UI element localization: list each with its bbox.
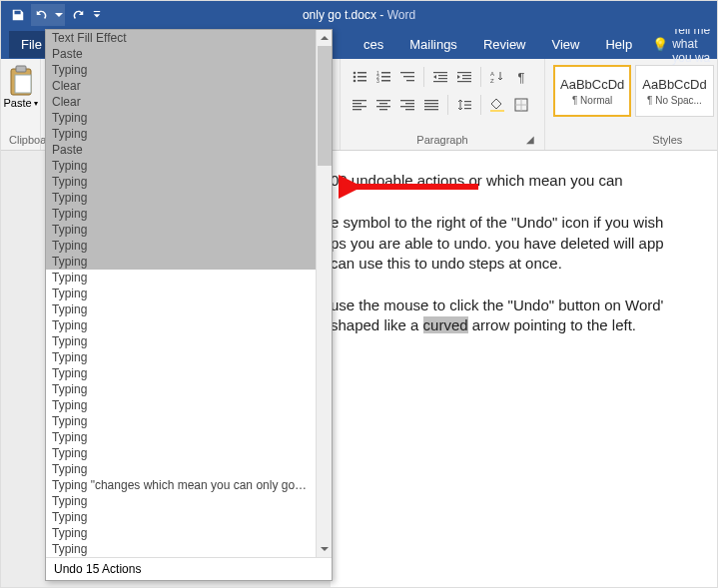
style-gallery-item[interactable]: AaBbCcDd¶ No Spac... [635, 65, 713, 117]
paragraph-text: e symbol to the right of the "Undo" icon… [331, 213, 717, 274]
svg-rect-0 [94, 11, 100, 12]
undo-history-item[interactable]: Clear [46, 94, 316, 110]
undo-history-item[interactable]: Typing [46, 509, 316, 525]
undo-history-item[interactable]: Text Fill Effect [46, 30, 316, 46]
svg-rect-44 [424, 109, 438, 110]
undo-icon [35, 8, 49, 22]
undo-history-item[interactable]: Typing [46, 365, 316, 381]
undo-history-item[interactable]: Typing [46, 461, 316, 477]
tab-help[interactable]: Help [593, 31, 644, 58]
scroll-down-button[interactable] [317, 541, 333, 557]
undo-history-item[interactable]: Typing "changes which mean you can only … [46, 477, 316, 493]
text-run: use the mouse to click the "Undo" button… [331, 296, 663, 313]
redo-button[interactable] [67, 4, 89, 26]
borders-button[interactable] [510, 94, 532, 116]
shading-button[interactable] [486, 94, 508, 116]
svg-rect-26 [457, 81, 471, 82]
undo-history-item[interactable]: Paste [46, 46, 316, 62]
scrollbar-thumb[interactable] [318, 46, 332, 166]
scrollbar-vertical[interactable] [316, 30, 332, 557]
undo-history-item[interactable]: Typing [46, 541, 316, 557]
bullets-button[interactable] [349, 66, 370, 88]
undo-history-item[interactable]: Typing [46, 126, 316, 142]
style-name: ¶ No Spac... [647, 95, 702, 106]
increase-indent-button[interactable] [453, 66, 475, 88]
undo-history-item[interactable]: Typing [46, 397, 316, 413]
justify-button[interactable] [420, 94, 442, 116]
align-left-button[interactable] [349, 94, 370, 116]
paragraph-dialog-launcher[interactable]: ◢ [524, 134, 536, 146]
chevron-down-icon [55, 11, 63, 19]
undo-dropdown-button[interactable] [53, 4, 65, 26]
document-page[interactable]: 00 undoable actions or which mean you ca… [331, 151, 717, 587]
align-center-button[interactable] [372, 94, 394, 116]
undo-history-item[interactable]: Typing [46, 381, 316, 397]
undo-history-item[interactable]: Typing [46, 222, 316, 238]
undo-history-item[interactable]: Typing [46, 206, 316, 222]
undo-history-item[interactable]: Typing [46, 174, 316, 190]
tab-review[interactable]: Review [471, 31, 538, 58]
undo-history-list: Text Fill EffectPasteTypingClearClearTyp… [46, 30, 332, 557]
tab-references[interactable]: ces [352, 31, 395, 58]
undo-history-item[interactable]: Typing [46, 317, 316, 333]
undo-history-item[interactable]: Typing [46, 525, 316, 541]
save-button[interactable] [7, 4, 29, 26]
highlighted-text: curved [423, 316, 468, 333]
style-gallery-item[interactable]: AaBbCcDd¶ Normal [553, 65, 631, 117]
decrease-indent-button[interactable] [429, 66, 451, 88]
text-run: arrow pointing to the left. [468, 316, 636, 333]
multilevel-icon [400, 70, 414, 84]
undo-history-item[interactable]: Typing [46, 493, 316, 509]
qat-customize-button[interactable] [91, 4, 103, 26]
svg-rect-25 [462, 78, 471, 79]
undo-history-item[interactable]: Typing [46, 333, 316, 349]
undo-history-item[interactable]: Typing [46, 286, 316, 301]
line-spacing-button[interactable] [453, 94, 475, 116]
document-title: only go t.docx - Word [303, 8, 415, 22]
undo-history-item[interactable]: Typing [46, 190, 316, 206]
chevron-down-icon [321, 545, 329, 553]
undo-history-item[interactable]: Typing [46, 270, 316, 286]
tab-mailings[interactable]: Mailings [397, 31, 469, 58]
svg-rect-46 [464, 105, 471, 106]
pilcrow-icon: ¶ [518, 70, 525, 85]
svg-rect-29 [353, 100, 366, 101]
sort-button[interactable]: AZ [486, 66, 508, 88]
indent-icon [457, 70, 471, 84]
undo-button[interactable] [31, 4, 53, 26]
outdent-icon [433, 70, 447, 84]
tab-view[interactable]: View [540, 31, 592, 58]
text-run: e symbol to the right of the "Undo" icon… [331, 214, 663, 231]
undo-history-item[interactable]: Paste [46, 142, 316, 158]
title-bar: only go t.docx - Word [1, 1, 717, 29]
svg-rect-11 [381, 72, 390, 74]
undo-history-item[interactable]: Typing [46, 301, 316, 317]
scroll-up-button[interactable] [317, 30, 333, 46]
quick-access-toolbar [1, 4, 103, 26]
undo-history-item[interactable]: Typing [46, 238, 316, 254]
undo-history-item[interactable]: Typing [46, 110, 316, 126]
undo-history-item[interactable]: Typing [46, 413, 316, 429]
undo-history-item[interactable]: Typing [46, 158, 316, 174]
undo-history-dropdown: Text Fill EffectPasteTypingClearClearTyp… [45, 29, 333, 581]
align-right-button[interactable] [396, 94, 418, 116]
undo-history-item[interactable]: Typing [46, 62, 316, 78]
svg-text:Z: Z [490, 78, 494, 84]
undo-history-item[interactable]: Typing [46, 445, 316, 461]
undo-history-item[interactable]: Typing [46, 429, 316, 445]
bullets-icon [353, 70, 366, 84]
undo-history-item[interactable]: Clear [46, 78, 316, 94]
svg-rect-33 [376, 100, 390, 101]
multilevel-list-button[interactable] [396, 66, 418, 88]
undo-split-button[interactable] [31, 4, 65, 26]
paste-icon [7, 65, 35, 97]
paste-button[interactable]: Paste▾ [9, 63, 32, 111]
numbering-icon: 123 [376, 70, 390, 84]
group-label-styles: Styles [553, 132, 718, 148]
undo-history-item[interactable]: Typing [46, 254, 316, 270]
show-marks-button[interactable]: ¶ [510, 66, 532, 88]
svg-rect-45 [464, 101, 471, 102]
undo-history-item[interactable]: Typing [46, 349, 316, 365]
numbering-button[interactable]: 123 [372, 66, 394, 88]
styles-gallery[interactable]: AaBbCcDd¶ NormalAaBbCcDd¶ No Spac...AaBb… [553, 63, 718, 119]
